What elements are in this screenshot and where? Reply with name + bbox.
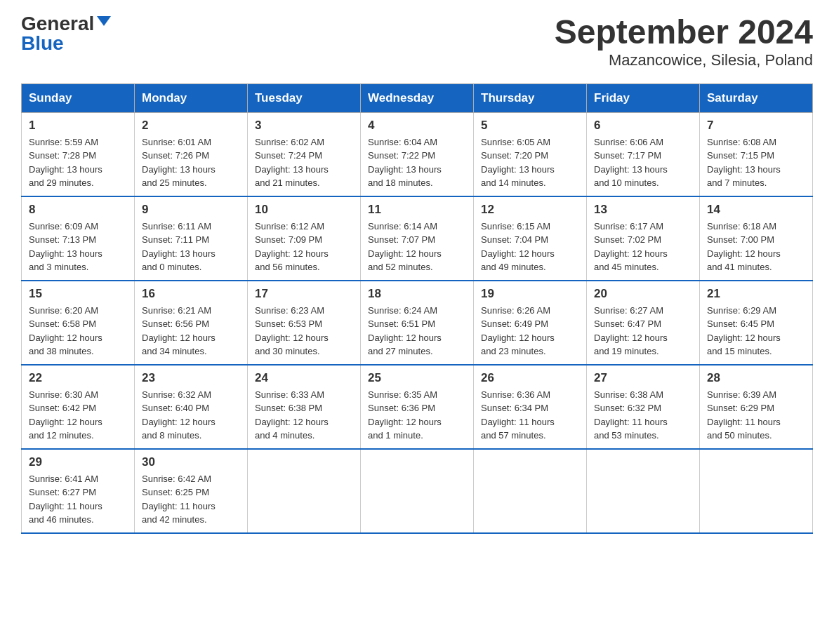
day-info: Sunrise: 6:35 AM Sunset: 6:36 PM Dayligh… <box>368 388 466 443</box>
week-row-1: 1Sunrise: 5:59 AM Sunset: 7:28 PM Daylig… <box>22 112 813 196</box>
day-number: 24 <box>255 371 353 385</box>
header-day-sunday: Sunday <box>22 83 135 112</box>
header-day-saturday: Saturday <box>700 83 813 112</box>
day-info: Sunrise: 6:27 AM Sunset: 6:47 PM Dayligh… <box>594 304 692 358</box>
day-info: Sunrise: 6:29 AM Sunset: 6:45 PM Dayligh… <box>707 304 805 358</box>
day-cell: 10Sunrise: 6:12 AM Sunset: 7:09 PM Dayli… <box>248 196 361 281</box>
day-cell: 17Sunrise: 6:23 AM Sunset: 6:53 PM Dayli… <box>248 281 361 365</box>
day-number: 6 <box>594 119 692 133</box>
day-number: 16 <box>142 287 240 301</box>
day-info: Sunrise: 5:59 AM Sunset: 7:28 PM Dayligh… <box>29 135 127 190</box>
day-cell: 4Sunrise: 6:04 AM Sunset: 7:22 PM Daylig… <box>361 112 474 196</box>
day-info: Sunrise: 6:42 AM Sunset: 6:25 PM Dayligh… <box>142 472 240 527</box>
page-header: General Blue September 2024 Mazancowice,… <box>21 14 813 69</box>
day-cell <box>248 449 361 533</box>
day-info: Sunrise: 6:30 AM Sunset: 6:42 PM Dayligh… <box>29 388 127 443</box>
day-number: 19 <box>481 287 579 301</box>
header-day-monday: Monday <box>135 83 248 112</box>
day-number: 3 <box>255 119 353 133</box>
day-cell: 8Sunrise: 6:09 AM Sunset: 7:13 PM Daylig… <box>22 196 135 281</box>
day-cell: 18Sunrise: 6:24 AM Sunset: 6:51 PM Dayli… <box>361 281 474 365</box>
week-row-4: 22Sunrise: 6:30 AM Sunset: 6:42 PM Dayli… <box>22 365 813 449</box>
day-number: 17 <box>255 287 353 301</box>
day-number: 8 <box>29 203 127 217</box>
day-cell: 16Sunrise: 6:21 AM Sunset: 6:56 PM Dayli… <box>135 281 248 365</box>
day-number: 13 <box>594 203 692 217</box>
day-number: 18 <box>368 287 466 301</box>
day-cell: 12Sunrise: 6:15 AM Sunset: 7:04 PM Dayli… <box>474 196 587 281</box>
day-info: Sunrise: 6:21 AM Sunset: 6:56 PM Dayligh… <box>142 304 240 358</box>
title-block: September 2024 Mazancowice, Silesia, Pol… <box>555 14 813 69</box>
header-day-friday: Friday <box>587 83 700 112</box>
day-cell: 13Sunrise: 6:17 AM Sunset: 7:02 PM Dayli… <box>587 196 700 281</box>
day-number: 27 <box>594 371 692 385</box>
day-number: 2 <box>142 119 240 133</box>
day-cell: 19Sunrise: 6:26 AM Sunset: 6:49 PM Dayli… <box>474 281 587 365</box>
day-cell <box>587 449 700 533</box>
day-number: 4 <box>368 119 466 133</box>
day-number: 26 <box>481 371 579 385</box>
logo-blue: Blue <box>21 34 64 53</box>
day-info: Sunrise: 6:02 AM Sunset: 7:24 PM Dayligh… <box>255 135 353 190</box>
day-number: 12 <box>481 203 579 217</box>
day-info: Sunrise: 6:14 AM Sunset: 7:07 PM Dayligh… <box>368 220 466 274</box>
day-info: Sunrise: 6:26 AM Sunset: 6:49 PM Dayligh… <box>481 304 579 358</box>
header-row: SundayMondayTuesdayWednesdayThursdayFrid… <box>22 83 813 112</box>
day-info: Sunrise: 6:12 AM Sunset: 7:09 PM Dayligh… <box>255 220 353 274</box>
day-number: 22 <box>29 371 127 385</box>
logo-arrow-icon <box>97 16 111 26</box>
day-info: Sunrise: 6:41 AM Sunset: 6:27 PM Dayligh… <box>29 472 127 527</box>
day-info: Sunrise: 6:20 AM Sunset: 6:58 PM Dayligh… <box>29 304 127 358</box>
day-info: Sunrise: 6:23 AM Sunset: 6:53 PM Dayligh… <box>255 304 353 358</box>
day-number: 25 <box>368 371 466 385</box>
calendar-table: SundayMondayTuesdayWednesdayThursdayFrid… <box>21 83 813 534</box>
header-day-wednesday: Wednesday <box>361 83 474 112</box>
calendar-subtitle: Mazancowice, Silesia, Poland <box>555 51 813 69</box>
week-row-3: 15Sunrise: 6:20 AM Sunset: 6:58 PM Dayli… <box>22 281 813 365</box>
day-cell <box>700 449 813 533</box>
day-number: 7 <box>707 119 805 133</box>
day-number: 23 <box>142 371 240 385</box>
day-info: Sunrise: 6:36 AM Sunset: 6:34 PM Dayligh… <box>481 388 579 443</box>
day-number: 10 <box>255 203 353 217</box>
day-cell <box>361 449 474 533</box>
day-number: 5 <box>481 119 579 133</box>
calendar-body: 1Sunrise: 5:59 AM Sunset: 7:28 PM Daylig… <box>22 112 813 533</box>
day-info: Sunrise: 6:11 AM Sunset: 7:11 PM Dayligh… <box>142 220 240 274</box>
day-cell: 14Sunrise: 6:18 AM Sunset: 7:00 PM Dayli… <box>700 196 813 281</box>
day-cell: 6Sunrise: 6:06 AM Sunset: 7:17 PM Daylig… <box>587 112 700 196</box>
day-cell: 20Sunrise: 6:27 AM Sunset: 6:47 PM Dayli… <box>587 281 700 365</box>
day-cell: 23Sunrise: 6:32 AM Sunset: 6:40 PM Dayli… <box>135 365 248 449</box>
day-number: 28 <box>707 371 805 385</box>
day-info: Sunrise: 6:09 AM Sunset: 7:13 PM Dayligh… <box>29 220 127 274</box>
logo-general: General <box>21 14 94 34</box>
day-info: Sunrise: 6:18 AM Sunset: 7:00 PM Dayligh… <box>707 220 805 274</box>
day-number: 21 <box>707 287 805 301</box>
day-cell: 24Sunrise: 6:33 AM Sunset: 6:38 PM Dayli… <box>248 365 361 449</box>
day-number: 9 <box>142 203 240 217</box>
day-info: Sunrise: 6:01 AM Sunset: 7:26 PM Dayligh… <box>142 135 240 190</box>
day-cell: 2Sunrise: 6:01 AM Sunset: 7:26 PM Daylig… <box>135 112 248 196</box>
day-cell: 27Sunrise: 6:38 AM Sunset: 6:32 PM Dayli… <box>587 365 700 449</box>
day-info: Sunrise: 6:33 AM Sunset: 6:38 PM Dayligh… <box>255 388 353 443</box>
day-info: Sunrise: 6:06 AM Sunset: 7:17 PM Dayligh… <box>594 135 692 190</box>
day-number: 29 <box>29 455 127 469</box>
week-row-5: 29Sunrise: 6:41 AM Sunset: 6:27 PM Dayli… <box>22 449 813 533</box>
day-cell: 1Sunrise: 5:59 AM Sunset: 7:28 PM Daylig… <box>22 112 135 196</box>
day-cell: 25Sunrise: 6:35 AM Sunset: 6:36 PM Dayli… <box>361 365 474 449</box>
day-cell: 11Sunrise: 6:14 AM Sunset: 7:07 PM Dayli… <box>361 196 474 281</box>
day-cell: 7Sunrise: 6:08 AM Sunset: 7:15 PM Daylig… <box>700 112 813 196</box>
day-info: Sunrise: 6:17 AM Sunset: 7:02 PM Dayligh… <box>594 220 692 274</box>
day-cell: 29Sunrise: 6:41 AM Sunset: 6:27 PM Dayli… <box>22 449 135 533</box>
day-info: Sunrise: 6:08 AM Sunset: 7:15 PM Dayligh… <box>707 135 805 190</box>
calendar-header: SundayMondayTuesdayWednesdayThursdayFrid… <box>22 83 813 112</box>
day-number: 11 <box>368 203 466 217</box>
day-number: 20 <box>594 287 692 301</box>
day-info: Sunrise: 6:15 AM Sunset: 7:04 PM Dayligh… <box>481 220 579 274</box>
day-cell: 15Sunrise: 6:20 AM Sunset: 6:58 PM Dayli… <box>22 281 135 365</box>
day-info: Sunrise: 6:24 AM Sunset: 6:51 PM Dayligh… <box>368 304 466 358</box>
week-row-2: 8Sunrise: 6:09 AM Sunset: 7:13 PM Daylig… <box>22 196 813 281</box>
day-cell: 9Sunrise: 6:11 AM Sunset: 7:11 PM Daylig… <box>135 196 248 281</box>
day-cell: 21Sunrise: 6:29 AM Sunset: 6:45 PM Dayli… <box>700 281 813 365</box>
day-number: 15 <box>29 287 127 301</box>
